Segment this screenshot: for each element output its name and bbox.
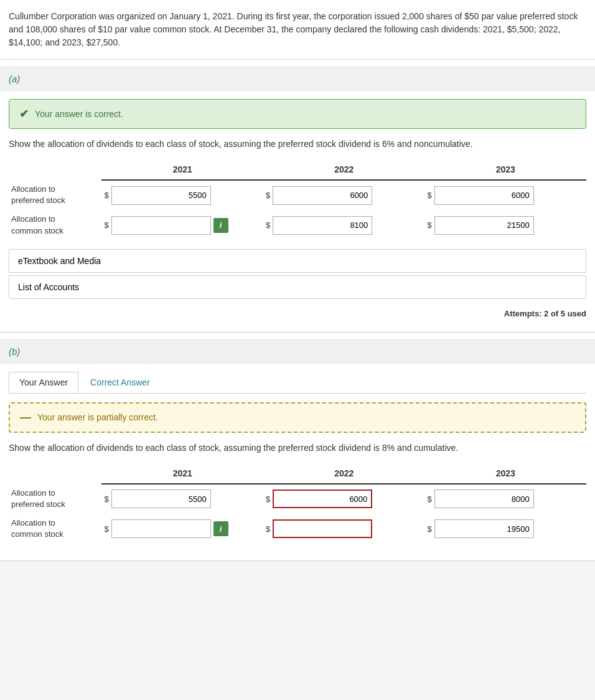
year-2022-header-b: 2022 (263, 463, 424, 484)
input-pref-2023-b[interactable] (434, 490, 534, 508)
year-2021-header-b: 2021 (101, 463, 263, 484)
input-common-2023-a[interactable] (434, 216, 534, 235)
input-pref-2022-b[interactable] (273, 490, 372, 508)
input-pref-2021-a[interactable] (111, 186, 211, 205)
dollar-sign: $ (266, 191, 270, 200)
col-label-header-b (9, 463, 101, 484)
dollar-sign: $ (266, 524, 270, 534)
year-2023-header-b: 2023 (425, 463, 586, 484)
list-of-accounts-button[interactable]: List of Accounts (9, 275, 586, 299)
dollar-sign: $ (428, 191, 432, 200)
dollar-sign: $ (104, 220, 108, 230)
section-a-description: Show the allocation of dividends to each… (9, 138, 586, 151)
info-button-common-2021-b[interactable]: i (213, 521, 228, 536)
year-2023-header-a: 2023 (425, 159, 586, 180)
input-group-common-2023-a: $ (428, 216, 584, 235)
cell-pref-2022-a: $ (263, 180, 424, 210)
input-common-2022-b[interactable] (273, 519, 372, 538)
cell-pref-2022-b: $ (263, 484, 424, 514)
row-preferred-label-b: Allocation topreferred stock (9, 484, 101, 514)
table-row: Allocation tocommon stock $ i $ (9, 514, 586, 544)
attempts-text: Attempts: 2 of 5 used (9, 305, 586, 324)
tab-your-answer[interactable]: Your Answer (9, 372, 78, 393)
input-group-pref-2023-b: $ (428, 490, 584, 508)
problem-text: Cullumber Corporation was organized on J… (9, 10, 586, 49)
table-row: Allocation topreferred stock $ $ (9, 180, 586, 210)
input-group-pref-2021-b: $ (104, 490, 261, 508)
input-common-2022-a[interactable] (273, 216, 372, 235)
input-common-2021-b[interactable] (111, 519, 211, 538)
etextbook-button[interactable]: eTextbook and Media (9, 249, 586, 273)
year-2021-header-a: 2021 (101, 159, 263, 180)
cell-pref-2021-a: $ (101, 180, 263, 210)
input-group-pref-2022-a: $ (266, 186, 422, 205)
checkmark-icon: ✔ (19, 107, 29, 121)
correct-alert-text: Your answer is correct. (35, 109, 123, 119)
input-group-common-2021-b: $ i (104, 519, 261, 538)
correct-alert: ✔ Your answer is correct. (9, 99, 586, 129)
dollar-sign: $ (428, 494, 432, 504)
page-wrapper: Cullumber Corporation was organized on J… (0, 0, 595, 561)
section-a-buttons: eTextbook and Media List of Accounts (9, 249, 586, 299)
dollar-sign: $ (104, 494, 108, 504)
section-a-content: ✔ Your answer is correct. Show the alloc… (0, 92, 595, 332)
tab-correct-answer[interactable]: Correct Answer (80, 372, 161, 393)
section-b-block: (b) Your Answer Correct Answer — Your an… (0, 339, 595, 561)
cell-common-2023-b: $ (425, 514, 586, 544)
section-b-content: Your Answer Correct Answer — Your answer… (0, 364, 595, 560)
input-group-pref-2022-b: $ (266, 490, 422, 508)
input-group-pref-2023-a: $ (428, 186, 584, 205)
input-group-common-2022-b: $ (266, 519, 422, 538)
section-a-table: 2021 2022 2023 Allocation topreferred st… (9, 159, 586, 240)
dollar-sign: $ (104, 524, 108, 534)
cell-pref-2021-b: $ (101, 484, 263, 514)
section-a-header: (a) (0, 66, 595, 92)
section-b-header: (b) (0, 339, 595, 364)
dollar-sign: $ (428, 524, 432, 534)
dollar-sign: $ (266, 220, 270, 230)
cell-common-2021-b: $ i (101, 514, 263, 544)
partial-alert-text: Your answer is partially correct. (37, 412, 158, 422)
section-a-label: (a) (9, 73, 20, 84)
col-label-header (9, 159, 101, 180)
cell-common-2022-a: $ (263, 210, 424, 240)
input-pref-2023-a[interactable] (434, 186, 534, 205)
dollar-sign: $ (266, 494, 270, 504)
info-button-common-2021-a[interactable]: i (213, 218, 228, 233)
input-common-2021-a[interactable] (111, 216, 211, 235)
input-group-common-2021-a: $ i (104, 216, 261, 235)
cell-common-2021-a: $ i (101, 210, 263, 240)
year-2022-header-a: 2022 (263, 159, 424, 180)
input-common-2023-b[interactable] (434, 519, 534, 538)
cell-common-2023-a: $ (425, 210, 586, 240)
table-row: Allocation tocommon stock $ i $ (9, 210, 586, 240)
section-a-block: (a) ✔ Your answer is correct. Show the a… (0, 66, 595, 333)
input-pref-2022-a[interactable] (273, 186, 372, 205)
section-b-label: (b) (9, 346, 20, 357)
dollar-sign: $ (428, 220, 432, 230)
dollar-sign: $ (104, 191, 108, 200)
row-preferred-label-a: Allocation topreferred stock (9, 180, 101, 210)
input-group-pref-2021-a: $ (104, 186, 261, 205)
cell-common-2022-b: $ (263, 514, 424, 544)
problem-text-section: Cullumber Corporation was organized on J… (0, 0, 595, 60)
input-group-common-2022-a: $ (266, 216, 422, 235)
cell-pref-2023-b: $ (425, 484, 586, 514)
partial-alert: — Your answer is partially correct. (9, 402, 586, 433)
cell-pref-2023-a: $ (425, 180, 586, 210)
section-b-table: 2021 2022 2023 Allocation topreferred st… (9, 463, 586, 544)
section-b-description: Show the allocation of dividends to each… (9, 442, 586, 455)
row-common-label-b: Allocation tocommon stock (9, 514, 101, 544)
row-common-label-a: Allocation tocommon stock (9, 210, 101, 240)
input-pref-2021-b[interactable] (111, 490, 211, 508)
table-row: Allocation topreferred stock $ $ (9, 484, 586, 514)
input-group-common-2023-b: $ (428, 519, 584, 538)
dash-icon: — (20, 411, 31, 424)
tabs-bar: Your Answer Correct Answer (9, 372, 586, 394)
